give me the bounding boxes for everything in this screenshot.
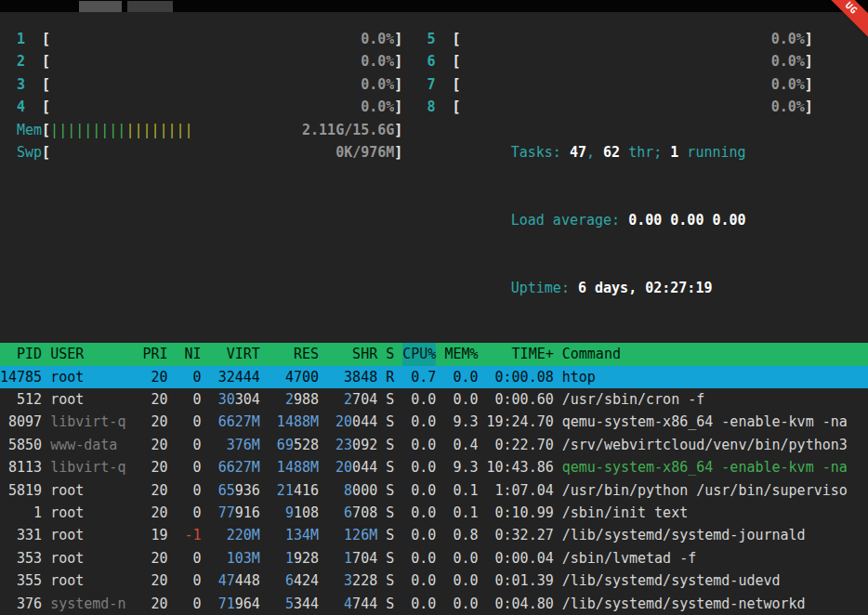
column-header-command[interactable]: Command [562,343,621,365]
meter-open-bracket: [ [42,50,50,72]
cpu-meter-percent: 0.0% [361,96,394,118]
titlebar-tab-2[interactable] [127,1,173,12]
titlebar-tab-1[interactable] [79,1,122,12]
cpu-meter-number: 2 [17,50,42,72]
cell-user: libvirt-q [50,411,125,433]
cell-res: 69528 [269,434,319,456]
column-header-virt[interactable]: VIRT [210,343,260,365]
cell-ni: 0 [177,388,202,411]
column-header-s[interactable]: S [386,343,394,365]
column-header-cpu[interactable]: CPU% [402,343,436,365]
cell-virt: 30304 [210,388,260,411]
meter-close-bracket: ] [394,96,402,118]
memory-meter: Mem[|||||||||||||||||2.11G/15.6G] [17,119,402,141]
cell-pid: 8113 [0,456,42,478]
column-header-mem[interactable]: MEM% [444,343,478,365]
cell-user: libvirt-q [50,456,125,478]
cell-command: /lib/systemd/systemd-udevd [562,569,781,592]
uptime: Uptime: 6 days, 02:27:19 [427,255,812,322]
threads-label: thr; [620,144,670,161]
meter-close-bracket: ] [805,28,813,50]
cell-user: www-data [50,434,125,456]
cell-command: /sbin/lvmetad -f [562,547,697,569]
cell-shr: 3848 [327,366,377,388]
cell-cpu: 0.0 [402,456,436,478]
process-row-355[interactable]: 355root2004744864243228S0.00.00:01.39/li… [0,569,868,592]
cell-pri: 20 [134,456,167,478]
column-header-user[interactable]: USER [50,343,125,365]
column-header-res[interactable]: RES [269,343,319,365]
column-header-ni[interactable]: NI [177,343,202,365]
cell-res: 2988 [269,388,319,411]
cell-pid: 1 [0,502,42,524]
cpu-meter-8: 8[0.0%] [427,96,812,118]
process-row-331[interactable]: 331root19-1220M134M126MS0.00.80:32.27/li… [0,524,868,546]
cpu-meter-percent: 0.0% [771,50,805,72]
cpu-meter-6: 6[0.0%] [427,50,812,72]
meter-close-bracket: ] [394,28,402,50]
process-row-8113[interactable]: 8113libvirt-q2006627M1488M20044S0.09.310… [0,456,868,478]
process-row-376[interactable]: 376systemd-n2007196453444744S0.00.00:04.… [0,593,868,615]
cell-ni: 0 [177,502,202,524]
cell-cpu: 0.0 [402,524,436,546]
cell-user: root [50,479,125,502]
cell-shr: 126M [327,524,377,546]
cpu-meter-number: 1 [17,28,42,50]
cell-virt: 77916 [210,502,260,524]
cell-ni: 0 [177,411,202,433]
cpu-meters-right: 5[0.0%]6[0.0%]7[0.0%]8[0.0%] [427,28,812,119]
cell-virt: 71964 [210,593,260,615]
process-row-5819[interactable]: 5819root20065936214168000S0.00.11:07.04/… [0,479,868,502]
cpu-meter-2: 2[0.0%] [17,50,402,72]
column-header-shr[interactable]: SHR [327,343,377,365]
uptime-label: Uptime: [511,280,578,296]
cell-virt: 6627M [210,456,260,478]
meter-open-bracket: [ [452,28,460,50]
cpu-meters-left: 1[0.0%]2[0.0%]3[0.0%]4[0.0%] [17,28,402,119]
meter-close-bracket: ] [805,73,813,96]
htop-terminal: 1[0.0%]2[0.0%]3[0.0%]4[0.0%] Mem[|||||||… [0,12,868,615]
cpu-meter-5: 5[0.0%] [427,28,812,50]
cell-ni: 0 [177,434,202,456]
cell-pid: 5850 [0,434,42,456]
cell-pid: 353 [0,547,42,569]
cell-state: S [386,547,394,569]
cell-pri: 20 [134,411,167,433]
cell-mem: 0.0 [444,593,478,615]
process-row-5850[interactable]: 5850www-data200376M6952823092S0.00.40:22… [0,434,868,456]
cell-ni: 0 [177,593,202,615]
cpu-meter-percent: 0.0% [771,96,805,118]
cell-virt: 47448 [210,569,260,592]
cell-state: S [386,411,394,433]
column-header-pri[interactable]: PRI [134,343,167,365]
process-list: 14785root2003244447003848R0.70.00:00.08h… [0,366,868,615]
column-header-time[interactable]: TIME+ [487,343,554,365]
cell-res: 5344 [269,593,319,615]
cell-ni: -1 [177,524,202,546]
process-row-512[interactable]: 512root2003030429882704S0.00.00:00.60/us… [0,388,868,411]
process-row-1[interactable]: 1root2007791691086708S0.00.10:10.99/sbin… [0,502,868,524]
cell-res: 6424 [269,569,319,592]
cell-pri: 20 [134,434,167,456]
process-row-14785[interactable]: 14785root2003244447003848R0.70.00:00.08h… [0,366,868,388]
column-header-pid[interactable]: PID [0,343,42,365]
cell-pid: 512 [0,388,42,411]
process-row-8097[interactable]: 8097libvirt-q2006627M1488M20044S0.09.319… [0,411,868,433]
cell-mem: 0.1 [444,502,478,524]
cell-time: 0:00.08 [487,366,554,388]
cell-mem: 0.1 [444,479,478,502]
cell-ni: 0 [177,366,202,388]
cell-mem: 0.0 [444,388,478,411]
cell-cpu: 0.0 [402,411,436,433]
running-label: running [678,144,745,161]
cell-command: qemu-system-x86_64 -enable-kvm -na [562,456,848,478]
cell-time: 0:00.04 [487,547,554,569]
cell-virt: 220M [210,524,260,546]
tasks-count: 47 [570,144,586,161]
process-row-353[interactable]: 353root200103M19281704S0.00.00:00.04/sbi… [0,547,868,569]
cell-virt: 6627M [210,411,260,433]
cell-cpu: 0.0 [402,502,436,524]
cpu-meter-7: 7[0.0%] [427,73,812,96]
meter-open-bracket: [ [42,141,50,164]
tasks-summary: Tasks: 47, 62 thr; 1 running [427,119,812,187]
